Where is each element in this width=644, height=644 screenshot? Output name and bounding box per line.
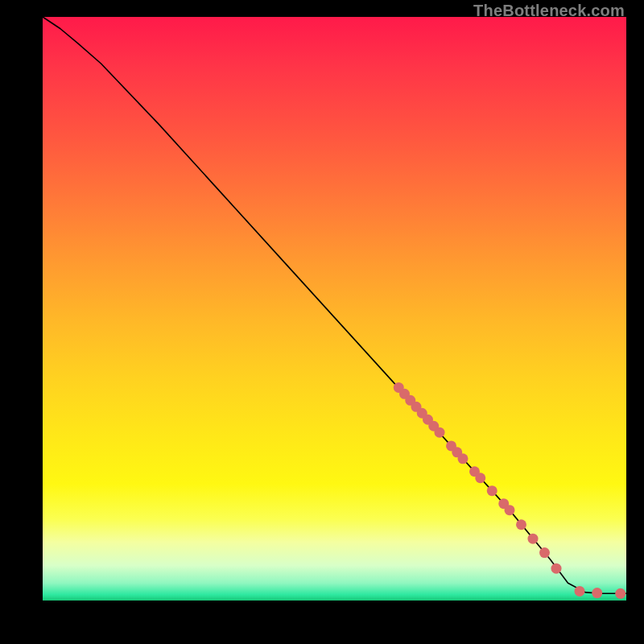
data-marker: [458, 453, 469, 464]
chart-stage: TheBottleneck.com: [0, 0, 644, 644]
data-marker: [615, 588, 625, 599]
data-marker: [575, 586, 585, 597]
curve-line: [43, 17, 626, 593]
data-marker: [551, 564, 562, 574]
data-marker: [475, 473, 485, 483]
data-marker: [516, 519, 526, 530]
data-marker: [539, 547, 550, 558]
data-marker: [592, 588, 602, 598]
chart-svg: [43, 17, 626, 601]
markers-group: [394, 382, 626, 599]
data-marker: [487, 485, 497, 496]
plot-area: [43, 17, 626, 601]
data-marker: [505, 505, 515, 515]
data-marker: [528, 534, 539, 544]
data-marker: [435, 427, 445, 438]
